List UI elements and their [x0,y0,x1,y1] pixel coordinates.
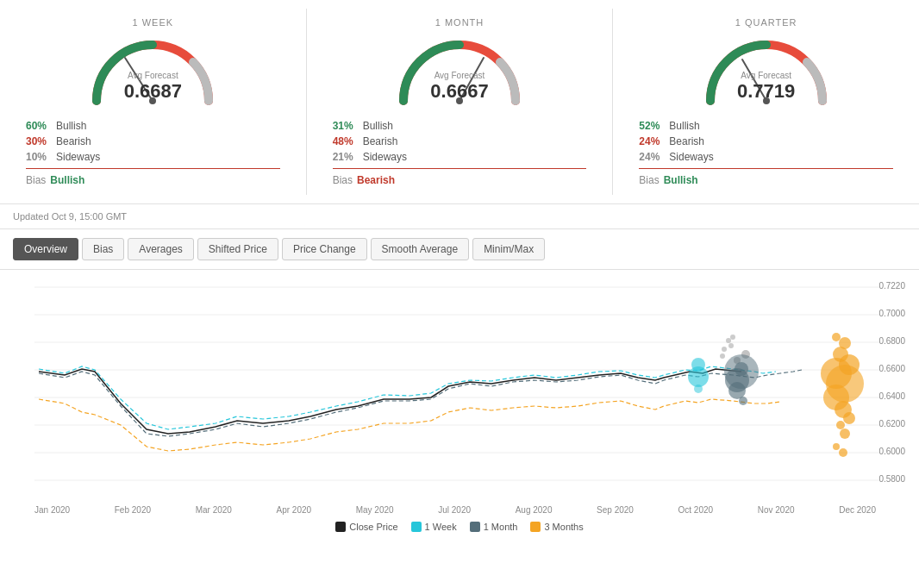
bearish-label-1quarter: Bearish [669,135,704,147]
bias-value-1month: Bearish [357,174,395,186]
gauge-title-1quarter: 1 QUARTER [735,17,797,28]
sideways-pct-1quarter: 24% [639,151,669,163]
bullish-label-1week: Bullish [56,120,86,132]
main-chart-svg: 0.7220 0.7000 0.6800 0.6600 0.6400 0.620… [9,278,910,503]
gauges-section: 1 WEEK Avg Forecast 0.6687 60% Bullis [0,0,919,204]
bullish-pct-1quarter: 52% [639,120,669,132]
gauge-container-1month: Avg Forecast 0.6667 [391,32,528,109]
bullish-label-1month: Bullish [363,120,393,132]
stats-1quarter: 52% Bullish 24% Bearish 24% Sideways Bia… [630,116,902,186]
tab-price-change[interactable]: Price Change [282,238,367,260]
legend-3months: 3 Months [530,522,583,532]
svg-point-42 [840,428,850,439]
svg-point-43 [833,443,840,450]
svg-point-32 [832,333,841,341]
x-label-apr: Apr 2020 [277,505,312,515]
x-axis-labels: Jan 2020 Feb 2020 Mar 2020 Apr 2020 May … [9,503,910,517]
svg-text:0.7000: 0.7000 [878,309,905,318]
bearish-row-1quarter: 24% Bearish [639,135,893,147]
updated-timestamp: Updated Oct 9, 15:00 GMT [0,204,919,229]
sideways-pct-1month: 21% [333,151,363,163]
legend-1month: 1 Month [470,522,518,532]
gauge-title-1week: 1 WEEK [133,17,174,28]
sideways-label-1month: Sideways [363,151,407,163]
tabs-bar: Overview Bias Averages Shifted Price Pri… [0,229,919,270]
sideways-label-1week: Sideways [56,151,100,163]
x-label-jan: Jan 2020 [34,505,70,515]
bearish-pct-1month: 48% [333,135,363,147]
bearish-label-1week: Bearish [56,135,91,147]
avg-forecast-value-1week: 0.6687 [124,80,182,102]
avg-forecast-label-1week: Avg Forecast [124,71,182,80]
svg-point-47 [726,338,731,343]
bullish-label-1quarter: Bullish [669,120,699,132]
svg-point-45 [722,347,727,352]
legend-1week: 1 Week [411,522,457,532]
chart-legend: Close Price 1 Week 1 Month 3 Months [9,517,910,536]
gauge-container-1quarter: Avg Forecast 0.7719 [697,32,835,109]
avg-forecast-value-1month: 0.6667 [430,80,488,102]
gauge-panel-1quarter: 1 QUARTER Avg Forecast 0.7719 52% Bullis… [613,9,919,195]
svg-point-49 [720,353,725,359]
bullish-row-1quarter: 52% Bullish [639,120,893,132]
svg-text:0.6200: 0.6200 [878,419,905,428]
bearish-label-1month: Bearish [363,135,398,147]
legend-dot-1month [470,522,480,532]
sideways-pct-1week: 10% [26,151,56,163]
gauge-panel-1week: 1 WEEK Avg Forecast 0.6687 60% Bullis [0,9,307,195]
bias-label-1month: Bias [333,174,353,186]
sideways-label-1quarter: Sideways [669,151,713,163]
svg-text:0.6400: 0.6400 [878,391,905,401]
stats-1month: 31% Bullish 48% Bearish 21% Sideways Bia… [324,116,596,186]
svg-text:0.5800: 0.5800 [878,474,905,484]
divider-1quarter [639,168,893,169]
tab-smooth-average[interactable]: Smooth Average [371,238,470,260]
x-label-aug: Aug 2020 [516,505,553,515]
svg-point-30 [688,366,709,387]
tab-averages[interactable]: Averages [128,238,193,260]
bias-value-1week: Bullish [50,174,84,186]
x-label-sep: Sep 2020 [597,505,634,515]
bias-row-1week: Bias Bullish [26,174,280,186]
tab-minim-max[interactable]: Minim/Max [472,238,545,260]
chart-section: 0.7220 0.7000 0.6800 0.6600 0.6400 0.620… [0,270,919,536]
gauge-label-1quarter: Avg Forecast 0.7719 [737,71,795,103]
bullish-row-1week: 60% Bullish [26,120,280,132]
legend-label-3months: 3 Months [544,522,583,532]
bearish-pct-1week: 30% [26,135,56,147]
avg-forecast-value-1quarter: 0.7719 [737,80,795,102]
avg-forecast-label-1month: Avg Forecast [430,71,488,80]
x-label-nov: Nov 2020 [758,505,795,515]
legend-label-1week: 1 Week [425,522,457,532]
stats-1week: 60% Bullish 30% Bearish 10% Sideways Bia… [17,116,289,186]
bullish-pct-1week: 60% [26,120,56,132]
bullish-pct-1month: 31% [333,120,363,132]
x-label-dec: Dec 2020 [839,505,876,515]
legend-dot-close-price [335,522,346,532]
bias-label-1week: Bias [26,174,46,186]
sideways-row-1week: 10% Sideways [26,151,280,163]
bias-label-1quarter: Bias [639,174,659,186]
tab-shifted-price[interactable]: Shifted Price [197,238,278,260]
sideways-row-1quarter: 24% Sideways [639,151,893,163]
bullish-row-1month: 31% Bullish [333,120,587,132]
gauge-label-1month: Avg Forecast 0.6667 [430,71,488,103]
bias-row-1month: Bias Bearish [333,174,587,186]
legend-close-price: Close Price [335,522,397,532]
svg-point-46 [728,343,734,348]
sideways-row-1month: 21% Sideways [333,151,587,163]
svg-text:0.7220: 0.7220 [878,281,905,291]
bias-row-1quarter: Bias Bullish [639,174,893,186]
svg-point-28 [739,397,747,405]
legend-label-close-price: Close Price [349,522,397,532]
divider-1month [333,168,587,169]
svg-point-44 [839,448,847,457]
gauge-label-1week: Avg Forecast 0.6687 [124,71,182,103]
tab-overview[interactable]: Overview [13,238,78,260]
x-label-mar: Mar 2020 [196,505,232,515]
tab-bias[interactable]: Bias [82,238,124,260]
svg-point-40 [843,412,855,424]
gauge-container-1week: Avg Forecast 0.6687 [84,32,222,109]
x-label-jul: Jul 2020 [438,505,471,515]
chart-area: 0.7220 0.7000 0.6800 0.6600 0.6400 0.620… [9,278,910,503]
